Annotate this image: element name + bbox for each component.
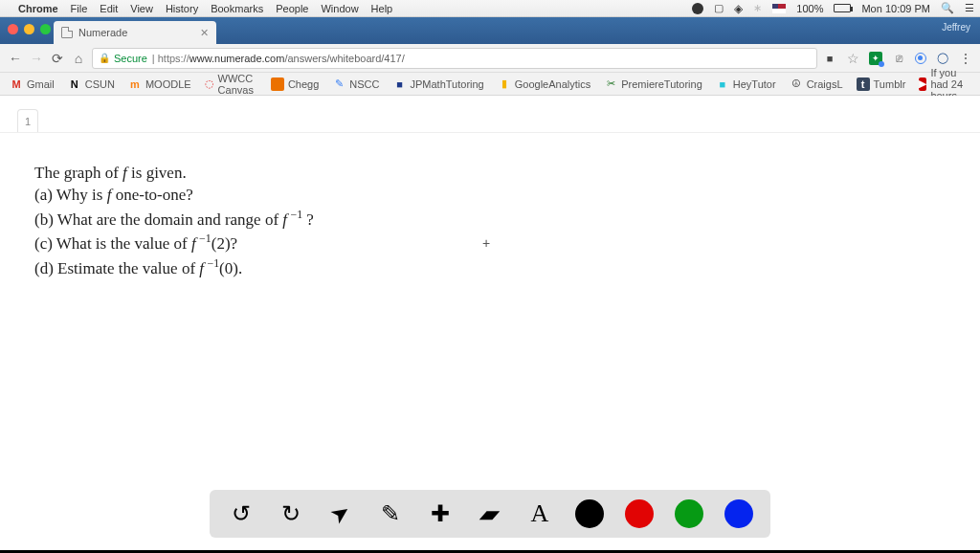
bookmark-item[interactable]: ◌WWCC Canvas bbox=[205, 73, 257, 96]
address-bar[interactable]: 🔒 Secure | https://www.numerade.com/answ… bbox=[92, 48, 817, 69]
problem-line-c: (c) What is the value of f −1(2)? bbox=[34, 231, 314, 255]
bookmark-favicon: N bbox=[68, 77, 81, 91]
separator: | bbox=[152, 53, 155, 64]
bookmark-item[interactable]: ☮CraigsL bbox=[790, 77, 843, 91]
url-host: www.numerade.com bbox=[189, 53, 285, 64]
bookmark-favicon: m bbox=[128, 77, 142, 91]
pencil-tool[interactable]: ✎ bbox=[376, 499, 405, 528]
spotlight-icon[interactable]: 🔍 bbox=[941, 2, 954, 14]
bookmark-favicon: ▮ bbox=[498, 77, 511, 91]
wifi-icon[interactable]: ◈ bbox=[734, 2, 743, 15]
whiteboard-toolbar: ↺ ↻ ➤ ✎ ✚ ▰ A bbox=[210, 490, 770, 538]
extension-ring-icon[interactable] bbox=[915, 53, 926, 64]
browser-tab[interactable]: Numerade ✕ bbox=[54, 21, 216, 44]
color-blue[interactable] bbox=[724, 499, 753, 528]
problem-line-d: (d) Estimate the value of f −1(0). bbox=[34, 255, 314, 280]
bookmark-item[interactable]: ✎NSCC bbox=[332, 77, 379, 91]
airplay-icon[interactable]: ▢ bbox=[714, 2, 724, 14]
divider bbox=[0, 132, 980, 133]
fullscreen-window-button[interactable] bbox=[40, 24, 51, 34]
menu-view[interactable]: View bbox=[130, 3, 153, 14]
bookmark-star-icon[interactable]: ☆ bbox=[846, 52, 859, 65]
hamburger-icon[interactable]: ☰ bbox=[965, 2, 974, 14]
bookmark-label: WWCC Canvas bbox=[218, 73, 257, 96]
problem-line-b: (b) What are the domain and range of f −… bbox=[34, 207, 314, 232]
bookmark-favicon: ✎ bbox=[332, 77, 345, 91]
bookmark-label: PremiereTutoring bbox=[621, 78, 702, 90]
tab-title: Numerade bbox=[78, 27, 127, 38]
pointer-tool[interactable]: ➤ bbox=[321, 494, 361, 534]
menu-bookmarks[interactable]: Bookmarks bbox=[211, 3, 263, 14]
bookmark-favicon: t bbox=[857, 77, 870, 91]
eraser-tool[interactable]: ▰ bbox=[471, 499, 510, 528]
bookmark-favicon: ■ bbox=[392, 77, 406, 91]
bookmark-favicon: C bbox=[271, 77, 284, 91]
menu-history[interactable]: History bbox=[166, 3, 198, 14]
add-tool[interactable]: ✚ bbox=[426, 499, 455, 528]
window-controls bbox=[8, 24, 51, 34]
page-content: 1 The graph of f is given. (a) Why is f … bbox=[0, 96, 980, 553]
minimize-window-button[interactable] bbox=[24, 24, 34, 34]
bookmark-item[interactable]: ■JPMathTutoring bbox=[392, 77, 483, 91]
undo-button[interactable]: ↺ bbox=[227, 499, 256, 528]
bookmarks-bar: MGmailNCSUNmMOODLE◌WWCC CanvasCChegg✎NSC… bbox=[0, 73, 980, 96]
bookmark-item[interactable]: ✂PremiereTutoring bbox=[604, 77, 702, 91]
bookmark-item[interactable]: ▮GoogleAnalytics bbox=[498, 77, 591, 91]
url-path: /answers/whiteboard/417/ bbox=[284, 53, 404, 64]
menu-people[interactable]: People bbox=[276, 3, 308, 14]
clock[interactable]: Mon 10:09 PM bbox=[861, 3, 930, 14]
browser-toolbar: ← → ⟳ ⌂ 🔒 Secure | https://www.numerade.… bbox=[0, 44, 980, 73]
bookmark-item[interactable]: tTumblr bbox=[857, 77, 906, 91]
bluetooth-icon[interactable]: ∗ bbox=[753, 2, 762, 14]
bookmark-item[interactable]: CChegg bbox=[271, 77, 319, 91]
extension-green-icon[interactable]: ✦ bbox=[869, 52, 882, 65]
color-black[interactable] bbox=[575, 499, 604, 528]
bookmark-favicon: ☮ bbox=[790, 77, 803, 91]
reload-button[interactable]: ⟳ bbox=[50, 51, 65, 66]
bookmark-label: Chegg bbox=[288, 78, 319, 90]
problem-line-a: (a) Why is f one-to-one? bbox=[34, 185, 314, 207]
bookmark-favicon: ▶ bbox=[919, 77, 926, 91]
url-protocol: https:// bbox=[158, 53, 189, 64]
menubar-app[interactable]: Chrome bbox=[18, 3, 58, 14]
problem-text: The graph of f is given. (a) Why is f on… bbox=[34, 163, 314, 280]
profile-name[interactable]: Jeffrey bbox=[942, 22, 970, 33]
redo-button[interactable]: ↻ bbox=[277, 499, 305, 528]
bookmark-favicon: ■ bbox=[716, 77, 729, 91]
bookmark-favicon: ◌ bbox=[205, 77, 214, 91]
tab-strip: Numerade ✕ Jeffrey bbox=[0, 17, 980, 44]
menu-window[interactable]: Window bbox=[321, 3, 358, 14]
bookmark-label: Tumblr bbox=[874, 78, 906, 90]
extension-shield-icon[interactable]: ◯ bbox=[936, 52, 949, 65]
battery-icon[interactable] bbox=[834, 4, 851, 12]
cast-icon[interactable]: ⎚ bbox=[892, 52, 905, 65]
flag-icon[interactable] bbox=[772, 4, 786, 13]
tab-close-icon[interactable]: ✕ bbox=[200, 27, 209, 39]
menu-edit[interactable]: Edit bbox=[100, 3, 118, 14]
color-red[interactable] bbox=[625, 499, 654, 528]
bookmark-item[interactable]: mMOODLE bbox=[128, 77, 191, 91]
back-button[interactable]: ← bbox=[8, 51, 23, 66]
color-green[interactable] bbox=[675, 499, 703, 528]
menu-file[interactable]: File bbox=[71, 3, 88, 14]
camera-icon[interactable]: ■ bbox=[823, 52, 836, 65]
forward-button[interactable]: → bbox=[29, 51, 44, 66]
bookmark-label: CSUN bbox=[85, 78, 115, 90]
menu-help[interactable]: Help bbox=[371, 3, 393, 14]
close-window-button[interactable] bbox=[8, 24, 18, 34]
problem-line-0: The graph of f is given. bbox=[34, 163, 314, 185]
battery-text: 100% bbox=[796, 3, 823, 14]
canvas-cursor-icon: + bbox=[482, 235, 490, 251]
slide-tab-1[interactable]: 1 bbox=[17, 109, 38, 132]
bookmark-item[interactable]: NCSUN bbox=[68, 77, 115, 91]
home-button[interactable]: ⌂ bbox=[71, 51, 86, 66]
status-circle-icon[interactable] bbox=[692, 3, 703, 14]
bookmark-label: HeyTutor bbox=[733, 78, 776, 90]
bookmark-favicon: ✂ bbox=[604, 77, 617, 91]
bookmark-item[interactable]: ■HeyTutor bbox=[716, 77, 776, 91]
bookmark-favicon: M bbox=[10, 77, 23, 91]
text-tool[interactable]: A bbox=[525, 499, 554, 528]
menu-dots-icon[interactable]: ⋮ bbox=[959, 52, 972, 65]
bookmark-item[interactable]: MGmail bbox=[10, 77, 55, 91]
bookmark-label: CraigsL bbox=[807, 78, 843, 90]
